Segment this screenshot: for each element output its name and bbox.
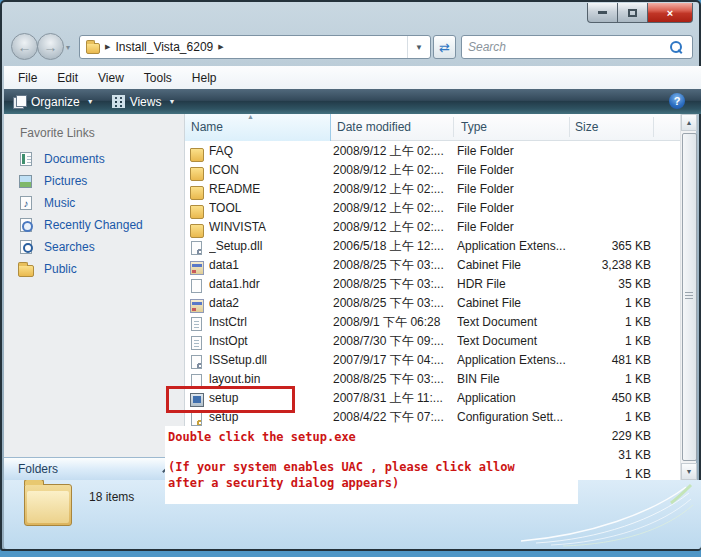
refresh-icon: ⇄ [439,40,450,55]
sidebar-item-label: Public [44,262,77,276]
column-separator[interactable] [569,117,570,137]
file-type: File Folder [457,180,567,199]
file-row[interactable]: ISSetup.dll 2007/9/17 下午 04:... Applicat… [185,351,680,370]
chevron-down-icon: ▼ [415,43,423,52]
sidebar-item-label: Searches [44,240,95,254]
address-bar[interactable]: ▶ Install_Vista_6209 ▶ ▼ [79,35,431,59]
file-row[interactable]: FAQ 2008/9/12 上午 02:... File Folder [185,142,680,161]
file-date-modified: 2008/8/25 下午 03:... [333,370,452,389]
column-header-size[interactable]: Size [575,114,598,141]
file-row[interactable]: ICON 2008/9/12 上午 02:... File Folder [185,161,680,180]
folders-expander[interactable]: Folders [4,457,185,480]
scroll-up-button[interactable]: ▲ [681,114,697,131]
breadcrumb-separator-icon[interactable]: ▶ [218,43,223,51]
file-row[interactable]: data1 2008/8/25 下午 03:... Cabinet File 3… [185,256,680,275]
column-header-name[interactable]: Name [191,114,223,141]
documents-icon [20,152,32,166]
navigation-pane: Favorite Links Documents Pictures ♪ Musi… [4,114,185,457]
file-date-modified: 2008/8/25 下午 03:... [333,256,452,275]
file-type: Text Document [457,332,567,351]
file-row[interactable]: data2 2008/8/25 下午 03:... Cabinet File 1… [185,294,680,313]
recently-changed-icon [20,218,32,232]
help-button[interactable]: ? [669,93,685,109]
file-type: Application Extens... [457,351,567,370]
breadcrumb-separator-icon: ▶ [105,43,110,51]
organize-button[interactable]: Organize ▼ [4,91,103,112]
file-size: 365 KB [569,237,651,256]
maximize-button[interactable] [618,3,648,23]
close-button[interactable]: × [648,3,693,23]
scrollbar-grip [685,292,693,299]
file-type: File Folder [457,218,567,237]
sidebar-item-label: Pictures [44,174,87,188]
sidebar-item[interactable]: Searches [4,236,184,258]
annotation-line: after a security dialog appears) [168,475,578,491]
explorer-window: × ← → ▾ ▶ Install_Vista_6209 ▶ ▼ ⇄ File … [0,0,701,551]
file-type: Application [457,389,567,408]
refresh-button[interactable]: ⇄ [433,35,456,59]
back-arrow-icon: ← [18,39,32,55]
file-size: 1 KB [569,332,651,351]
sidebar-item[interactable]: Documents [4,148,184,170]
column-separator[interactable] [453,117,454,137]
file-type: Application Extens... [457,237,567,256]
folder-icon [190,224,204,238]
favorite-links-header: Favorite Links [20,126,95,140]
sidebar-item[interactable]: Recently Changed [4,214,184,236]
title-bar[interactable]: × [2,2,699,30]
file-type: Cabinet File [457,256,567,275]
sidebar-item-label: Recently Changed [44,218,143,232]
column-header-date-modified[interactable]: Date modified [337,114,411,141]
item-count: 18 items [89,490,134,504]
file-row[interactable]: data1.hdr 2008/8/25 下午 03:... HDR File 3… [185,275,680,294]
file-size: 1 KB [569,408,651,427]
sidebar-item[interactable]: Pictures [4,170,184,192]
scroll-down-button[interactable]: ▼ [681,463,697,480]
menu-item[interactable]: File [4,71,47,85]
page-icon [191,279,202,293]
folders-label: Folders [18,462,58,476]
file-row[interactable]: _Setup.dll 2006/5/18 上午 12:... Applicati… [185,237,680,256]
file-size [569,199,651,218]
recent-pages-chevron-icon[interactable]: ▾ [66,43,70,52]
back-button[interactable]: ← [11,33,38,60]
annotation-line: Double click the setup.exe [168,429,578,445]
file-size: 1 KB [569,370,651,389]
menu-item[interactable]: View [88,71,134,85]
views-button[interactable]: Views ▼ [103,91,185,112]
search-input[interactable] [462,40,670,54]
file-date-modified: 2008/8/25 下午 03:... [333,294,452,313]
maximize-icon [628,9,637,17]
menu-item[interactable]: Tools [134,71,182,85]
breadcrumb[interactable]: Install_Vista_6209 [115,40,213,54]
menu-item[interactable]: Help [182,71,227,85]
file-date-modified: 2008/9/12 上午 02:... [333,180,452,199]
scrollbar-thumb[interactable] [682,133,697,461]
forward-button[interactable]: → [37,33,64,60]
column-header-type[interactable]: Type [461,114,487,141]
minimize-button[interactable] [587,3,618,23]
file-name: _Setup.dll [209,237,329,256]
folder-icon [190,167,204,181]
vertical-scrollbar[interactable]: ▲ ▼ [680,114,696,480]
address-dropdown-button[interactable]: ▼ [407,36,430,58]
forward-arrow-icon: → [44,39,58,55]
sidebar-item-label: Documents [44,152,105,166]
sidebar-item[interactable]: Public [4,258,184,280]
file-row[interactable]: WINVISTA 2008/9/12 上午 02:... File Folder [185,218,680,237]
file-row[interactable]: README 2008/9/12 上午 02:... File Folder [185,180,680,199]
file-row[interactable]: InstCtrl 2008/9/1 下午 06:28 Text Document… [185,313,680,332]
file-size: 1 KB [569,465,651,480]
file-name: data1.hdr [209,275,329,294]
column-separator[interactable] [653,117,654,137]
search-icon[interactable] [670,41,682,53]
file-size [569,142,651,161]
file-row[interactable]: TOOL 2008/9/12 上午 02:... File Folder [185,199,680,218]
file-name: README [209,180,329,199]
organize-icon [13,95,26,108]
sidebar-item[interactable]: ♪ Music [4,192,184,214]
pictures-icon [19,175,32,188]
menu-item[interactable]: Edit [47,71,88,85]
file-row[interactable]: InstOpt 2008/7/30 下午 09:... Text Documen… [185,332,680,351]
folder-icon [190,205,204,219]
